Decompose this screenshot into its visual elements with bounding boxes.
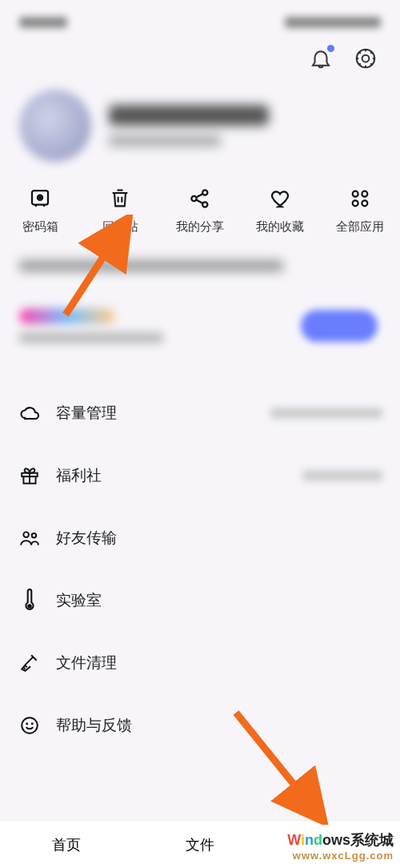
trash-icon [109,186,131,211]
menu-right-text [270,408,382,419]
quick-recycle-bin[interactable]: 回收站 [83,186,157,235]
notification-dot [327,45,334,52]
svg-point-4 [39,197,41,199]
menu-welfare[interactable]: 福利社 [18,444,382,507]
quick-my-favorites[interactable]: 我的收藏 [243,186,317,235]
promo-section [0,246,400,358]
quick-my-share[interactable]: 我的分享 [163,186,237,235]
menu-cleanup[interactable]: 文件清理 [18,632,382,694]
avatar [19,90,91,162]
svg-point-19 [32,723,33,724]
promo-button[interactable] [301,310,378,342]
svg-point-7 [202,202,207,207]
safe-icon [28,186,52,211]
svg-point-10 [353,200,358,206]
menu-label: 文件清理 [56,653,382,673]
people-icon [18,528,42,548]
menu-label: 好友传输 [56,528,382,549]
quick-all-apps[interactable]: 全部应用 [323,186,397,235]
svg-point-17 [22,717,38,733]
svg-point-6 [202,190,207,195]
gear-icon [354,46,378,70]
quick-password-box[interactable]: 密码箱 [3,186,77,235]
broom-icon [18,653,42,673]
profile-section[interactable] [0,78,400,171]
settings-button[interactable] [354,46,378,74]
menu-capacity[interactable]: 容量管理 [18,382,382,444]
profile-info [109,105,381,147]
svg-point-16 [28,605,30,607]
menu-label: 容量管理 [56,403,256,424]
quick-label: 全部应用 [336,219,384,235]
nav-me[interactable]: 我的 [266,821,400,868]
menu-right-text [302,470,382,481]
header-actions [0,35,400,78]
notifications-button[interactable] [309,46,333,74]
status-bar [0,0,400,35]
nav-files[interactable]: 文件 [134,821,267,868]
menu-list: 容量管理 福利社 好友传输 实验室 文件清理 帮助与反馈 [0,382,400,757]
quick-label: 密码箱 [22,219,58,235]
heart-icon [267,186,293,211]
quick-label: 回收站 [102,219,138,235]
menu-label: 实验室 [56,590,382,611]
nav-label: 首页 [52,835,81,854]
grid-icon [349,186,371,211]
nav-label: 文件 [186,835,214,854]
cloud-icon [18,404,42,423]
svg-point-11 [362,200,367,206]
menu-label: 帮助与反馈 [56,715,382,736]
bottom-nav: 首页 文件 我的 [0,820,400,868]
quick-label: 我的收藏 [256,219,304,235]
menu-friend-transfer[interactable]: 好友传输 [18,507,382,569]
menu-label: 福利社 [56,465,288,486]
menu-help[interactable]: 帮助与反馈 [18,694,382,757]
share-icon [188,186,212,211]
svg-point-15 [32,533,36,537]
svg-point-1 [362,55,370,62]
gift-icon [18,465,42,486]
svg-point-9 [362,191,367,197]
smile-icon [18,715,42,736]
svg-point-14 [23,532,29,537]
menu-lab[interactable]: 实验室 [18,569,382,632]
quick-actions: 密码箱 回收站 我的分享 我的收藏 全部应用 [0,171,400,246]
svg-point-18 [26,723,27,724]
svg-point-8 [353,191,358,197]
nav-home[interactable]: 首页 [0,821,134,868]
thermometer-icon [18,589,42,613]
svg-point-5 [191,196,196,201]
quick-label: 我的分享 [176,219,224,235]
